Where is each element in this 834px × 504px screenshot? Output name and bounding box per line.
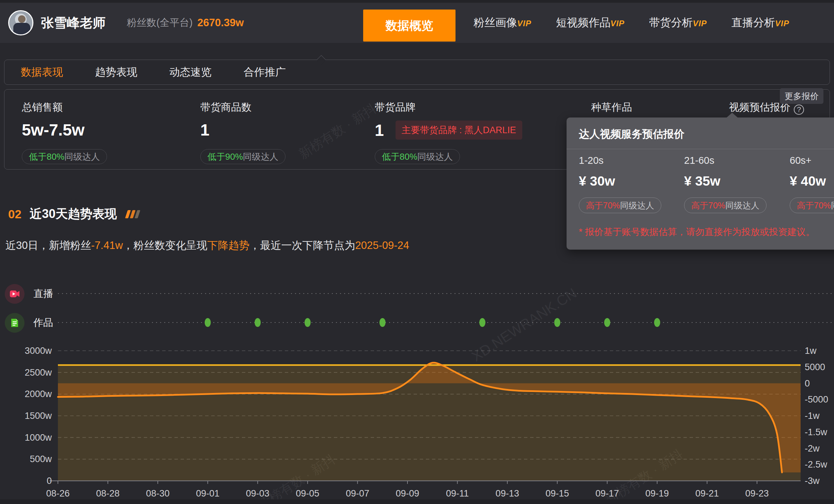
left-axis-label: 1500w <box>25 411 52 421</box>
x-axis-label: 09-11 <box>446 488 469 499</box>
price-value: ¥ 35w <box>684 174 786 189</box>
left-axis-label: 0 <box>47 476 52 486</box>
duration-label: 60s+ <box>790 155 834 166</box>
badge-percent: 高于70% <box>797 200 831 211</box>
left-axis-label: 2000w <box>25 389 52 399</box>
works-marker-dot[interactable] <box>305 318 311 327</box>
popup-divider <box>567 149 834 149</box>
works-marker-dot[interactable] <box>654 318 660 327</box>
works-marker-dot[interactable] <box>205 318 211 327</box>
x-axis-label: 09-21 <box>695 488 719 499</box>
video-quote-popup: 达人视频服务预估报价 1-20s ¥ 30w 高于70%同级达人 21-60s … <box>567 117 834 250</box>
badge-percent: 高于70% <box>691 200 725 211</box>
right-axis-label: -1.5w <box>805 427 828 437</box>
x-axis-label: 09-05 <box>296 488 319 499</box>
right-axis-label: -2w <box>805 443 820 454</box>
popup-title: 达人视频服务预估报价 <box>579 127 684 141</box>
works-marker-dot[interactable] <box>604 318 610 327</box>
left-axis-label: 1000w <box>25 432 52 443</box>
legend-label-live[interactable]: 直播 <box>33 287 53 301</box>
x-axis-label: 09-03 <box>246 488 269 499</box>
right-axis-label: -2.5w <box>805 459 828 470</box>
right-axis-label: -5000 <box>805 394 828 405</box>
left-axis-label: 2500w <box>25 367 52 378</box>
x-axis-label: 09-17 <box>596 488 619 499</box>
right-axis-label: -1w <box>805 411 820 421</box>
dashboard-page: 新榜有数 · 新抖 XD.NEWRANK.CN 新榜有数 · 新抖 新榜有数 ·… <box>0 0 834 504</box>
trend-chart: 08-2608-2808-3009-0109-0309-0509-0709-09… <box>0 0 834 504</box>
x-axis-label: 08-30 <box>146 488 170 499</box>
x-axis-label: 09-15 <box>545 488 569 499</box>
quote-col-60s-plus: 60s+ ¥ 40w 高于70%同级达人 <box>790 155 834 213</box>
badge-rest: 同级达人 <box>620 200 654 211</box>
x-axis-label: 08-28 <box>96 488 120 499</box>
works-marker-dot[interactable] <box>479 318 485 327</box>
x-axis-label: 09-13 <box>496 488 519 499</box>
badge-rest: 同级达人 <box>725 200 759 211</box>
legend-label-works[interactable]: 作品 <box>33 316 53 330</box>
x-axis-label: 09-01 <box>196 488 219 499</box>
left-axis-label: 500w <box>30 454 52 464</box>
price-value: ¥ 30w <box>579 174 681 189</box>
duration-label: 21-60s <box>684 155 786 166</box>
popup-arrow <box>727 113 738 117</box>
peer-compare-badge: 高于70%同级达人 <box>684 198 767 213</box>
peer-compare-badge: 高于70%同级达人 <box>790 198 834 213</box>
peer-compare-badge: 高于70%同级达人 <box>579 198 661 213</box>
badge-rest: 同级达人 <box>831 200 834 211</box>
live-video-icon <box>5 284 25 304</box>
right-axis-label: 1w <box>805 346 817 356</box>
legend-row-live: 直播 <box>5 284 53 304</box>
works-marker-dot[interactable] <box>554 318 560 327</box>
works-marker-dot[interactable] <box>254 318 261 327</box>
x-axis-label: 09-23 <box>745 488 769 499</box>
x-axis-label: 08-26 <box>46 488 70 499</box>
badge-percent: 高于70% <box>586 200 620 211</box>
works-doc-icon <box>5 313 25 333</box>
popup-disclaimer: * 报价基于账号数据估算，请勿直接作为投放或投资建议。 <box>579 226 815 238</box>
x-axis-label: 09-19 <box>645 488 669 499</box>
quote-col-1-20s: 1-20s ¥ 30w 高于70%同级达人 <box>579 155 681 213</box>
right-axis-label: 0 <box>805 378 810 389</box>
x-axis-label: 09-09 <box>396 488 419 499</box>
more-quotes-button[interactable]: 更多报价 <box>780 88 823 104</box>
legend-row-works: 作品 <box>5 313 53 333</box>
price-value: ¥ 40w <box>790 174 834 189</box>
quote-col-21-60s: 21-60s ¥ 35w 高于70%同级达人 <box>684 155 786 213</box>
left-axis-label: 3000w <box>25 346 52 356</box>
duration-label: 1-20s <box>579 155 681 166</box>
right-axis-label: -3w <box>805 476 820 486</box>
x-axis-label: 09-07 <box>346 488 369 499</box>
right-axis-label: 5000 <box>805 362 825 372</box>
works-marker-dot[interactable] <box>380 318 386 327</box>
